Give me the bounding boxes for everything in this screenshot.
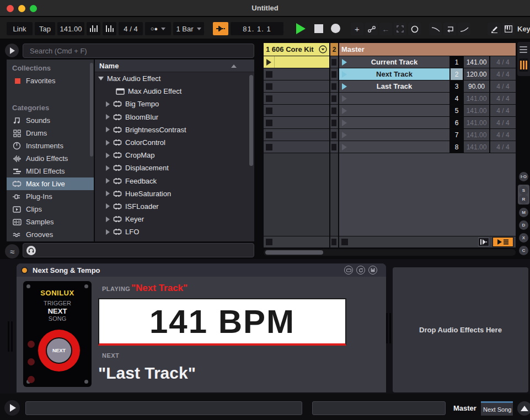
stop-button[interactable]: [314, 24, 323, 33]
scene-tempo-field[interactable]: 141.00: [464, 105, 489, 116]
sidebar-item-drums[interactable]: Drums: [7, 127, 94, 139]
clip-device-view-toggle[interactable]: [517, 401, 530, 416]
clip-slot[interactable]: [264, 93, 329, 104]
sidebar-scrollbar[interactable]: [90, 63, 93, 157]
clip-stop-button[interactable]: [331, 144, 336, 150]
expand-triangle-icon[interactable]: [106, 114, 110, 120]
clip-slot[interactable]: [330, 56, 338, 68]
clip-slot[interactable]: [264, 105, 329, 116]
scene-row[interactable]: 4141.004 / 4: [339, 93, 516, 104]
track-1-header[interactable]: 1 606 Core Kit: [264, 43, 329, 56]
sidebar-item-sounds[interactable]: Sounds: [7, 114, 94, 127]
clip-slot[interactable]: [330, 141, 338, 153]
back-to-arrangement-button[interactable]: [478, 238, 489, 246]
expand-triangle-icon[interactable]: [106, 127, 110, 132]
scene-launch-icon[interactable]: [342, 132, 347, 138]
mixer-toggle-x[interactable]: X: [519, 233, 528, 243]
list-item-clipped[interactable]: [95, 238, 254, 241]
clip-slot[interactable]: [264, 129, 329, 141]
session-record-button[interactable]: [394, 23, 406, 35]
list-item[interactable]: Max Audio Effect: [95, 85, 254, 98]
track-2-header[interactable]: 2: [330, 43, 338, 56]
clip-stop-button[interactable]: [266, 144, 272, 150]
stop-clip-button[interactable]: [266, 239, 272, 245]
list-item[interactable]: Big Tempo: [95, 98, 254, 110]
expand-triangle-icon[interactable]: [98, 77, 104, 80]
scene-row[interactable]: 8141.004 / 4: [339, 141, 516, 153]
clip-slot[interactable]: [264, 117, 329, 128]
mixer-toggle-m[interactable]: M: [519, 208, 528, 217]
time-signature-field[interactable]: 4 / 4: [119, 22, 143, 35]
clip-slot[interactable]: [330, 105, 338, 116]
hamburger-menu-icon[interactable]: [520, 46, 527, 55]
clip-stop-button[interactable]: [266, 71, 272, 78]
clip-stop-button[interactable]: [266, 132, 272, 138]
sidebar-item-plug-ins[interactable]: Plug-Ins: [7, 190, 94, 203]
stop-clip-button[interactable]: [331, 239, 336, 245]
list-item[interactable]: CropMap: [95, 149, 254, 161]
record-button[interactable]: [331, 24, 340, 33]
device-title-bar[interactable]: Next Song & Tempo: [17, 263, 386, 277]
stop-all-clips-button[interactable]: [341, 239, 348, 245]
hot-swap-button[interactable]: [356, 266, 365, 274]
clip-slot[interactable]: [330, 80, 338, 92]
draw-mode-button[interactable]: [488, 23, 501, 35]
scrollbar-thumb[interactable]: [265, 250, 323, 255]
scene-time-signature-field[interactable]: 4 / 4: [490, 105, 516, 116]
expand-triangle-icon[interactable]: [106, 178, 110, 184]
link-button[interactable]: Link: [7, 22, 33, 35]
sidebar-item-clips[interactable]: Clips: [7, 203, 94, 216]
clip-stop-button[interactable]: [331, 120, 336, 126]
fade-in-button[interactable]: [458, 23, 470, 35]
scene-time-signature-field[interactable]: 4 / 4: [490, 80, 516, 92]
capture-midi-button[interactable]: [408, 23, 421, 35]
list-item[interactable]: Displacement: [95, 161, 254, 174]
scene-launch-icon[interactable]: [342, 120, 347, 126]
clip-slot[interactable]: [330, 68, 338, 80]
computer-midi-keyboard-button[interactable]: [502, 23, 515, 35]
expand-triangle-icon[interactable]: [106, 165, 110, 171]
clip-slot[interactable]: [264, 68, 329, 80]
clip-stop-button[interactable]: [331, 107, 336, 114]
scene-row[interactable]: 5141.004 / 4: [339, 105, 516, 116]
reenable-automation-button[interactable]: ←: [379, 23, 392, 35]
scene-time-signature-field[interactable]: 4 / 4: [490, 141, 516, 153]
nudge-down-button[interactable]: [87, 22, 100, 35]
scene-launch-area[interactable]: Last Track: [339, 80, 449, 92]
expand-triangle-icon[interactable]: [106, 140, 110, 146]
scene-launch-area[interactable]: [339, 129, 449, 141]
automation-arm-button[interactable]: [365, 23, 378, 35]
search-input[interactable]: [23, 44, 254, 57]
list-item[interactable]: ISFLoader: [95, 200, 254, 213]
arrangement-position-field[interactable]: 81. 1. 1: [231, 22, 283, 35]
tempo-field[interactable]: 141.00: [57, 22, 84, 35]
mixer-toggle-io[interactable]: I·O: [519, 172, 528, 181]
clip-slot-playing[interactable]: [264, 56, 329, 68]
clip-stop-button[interactable]: [266, 95, 272, 102]
scene-time-signature-field[interactable]: 4 / 4: [490, 56, 516, 68]
sidebar-item-samples[interactable]: Samples: [7, 216, 94, 228]
list-item[interactable]: BloomBlur: [95, 111, 254, 123]
clip-stop-button[interactable]: [266, 83, 272, 90]
sidebar-item-max-for-live[interactable]: Max for Live: [7, 177, 94, 190]
clip-slot[interactable]: [330, 117, 338, 128]
scene-launch-area[interactable]: [339, 141, 449, 153]
new-button[interactable]: +: [351, 23, 363, 35]
expand-triangle-icon[interactable]: [106, 101, 110, 107]
clip-stop-button[interactable]: [331, 132, 336, 138]
tap-tempo-button[interactable]: Tap: [35, 22, 55, 35]
fade-out-button[interactable]: [429, 23, 442, 35]
scene-time-signature-field[interactable]: 4 / 4: [490, 117, 516, 128]
preview-bar[interactable]: [23, 243, 254, 257]
clip-stop-button[interactable]: [266, 107, 272, 114]
scene-tempo-field[interactable]: 141.00: [464, 56, 489, 68]
list-item[interactable]: ColorControl: [95, 136, 254, 149]
scene-launch-icon[interactable]: [342, 144, 347, 150]
device-on-toggle[interactable]: [21, 267, 28, 274]
clip-overview-icon[interactable]: [519, 58, 528, 72]
quantization-menu[interactable]: 1 Bar: [173, 22, 204, 35]
scene-launch-area[interactable]: [339, 117, 449, 128]
metronome-button[interactable]: ○●: [145, 22, 171, 35]
session-horizontal-scrollbar[interactable]: [264, 249, 516, 256]
info-view-toggle[interactable]: [4, 400, 20, 416]
